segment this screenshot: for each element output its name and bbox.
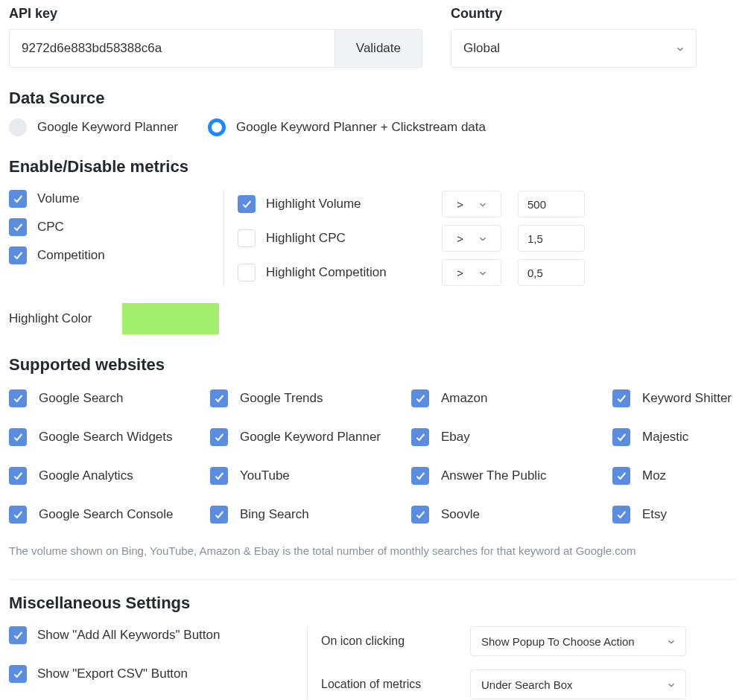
validate-button[interactable]: Validate	[335, 29, 422, 68]
on-icon-click-value: Show Popup To Choose Action	[481, 635, 666, 648]
data-source-title: Data Source	[9, 89, 736, 108]
checkbox-highlight-cpc[interactable]	[238, 229, 256, 247]
site-row: Google Search	[9, 389, 210, 407]
site-row: Amazon	[411, 389, 612, 407]
checkbox-site[interactable]	[210, 389, 228, 407]
site-row: Google Analytics	[9, 467, 210, 485]
api-key-input[interactable]	[9, 29, 335, 68]
operator-select-volume[interactable]: >	[442, 191, 501, 217]
on-icon-click-select[interactable]: Show Popup To Choose Action	[470, 626, 686, 656]
site-label: Moz	[642, 468, 666, 483]
site-row: Google Search Console	[9, 506, 210, 524]
site-label: Google Search Widgets	[39, 430, 173, 445]
divider	[9, 579, 736, 580]
radio-gkp-clickstream-label: Google Keyword Planner + Clickstream dat…	[236, 120, 486, 135]
checkbox-volume-label: Volume	[37, 191, 80, 206]
threshold-input-competition[interactable]	[518, 259, 585, 286]
radio-gkp-clickstream[interactable]: Google Keyword Planner + Clickstream dat…	[208, 118, 486, 136]
site-row: Soovle	[411, 506, 612, 524]
checkbox-site[interactable]	[9, 506, 27, 524]
checkbox-site[interactable]	[210, 467, 228, 485]
site-label: Google Search	[39, 391, 123, 406]
location-of-metrics-value: Under Search Box	[481, 678, 666, 691]
site-row: Bing Search	[210, 506, 411, 524]
metrics-title: Enable/Disable metrics	[9, 157, 736, 176]
operator-symbol: >	[457, 198, 463, 211]
highlight-volume-label: Highlight Volume	[266, 197, 361, 211]
operator-symbol: >	[457, 267, 463, 279]
site-row: Google Keyword Planner	[210, 428, 411, 446]
site-row: Ebay	[411, 428, 612, 446]
checkbox-site[interactable]	[411, 467, 429, 485]
checkbox-site[interactable]	[612, 389, 630, 407]
checkbox-site[interactable]	[411, 389, 429, 407]
site-label: Google Trends	[240, 391, 323, 406]
checkbox-cpc-label: CPC	[37, 220, 64, 235]
site-label: Keyword Shitter	[642, 391, 732, 406]
site-row: Keyword Shitter	[612, 389, 745, 407]
on-icon-click-label: On icon clicking	[321, 634, 455, 648]
add-all-keywords-label: Show "Add All Keywords" Button	[37, 628, 220, 643]
export-csv-label: Show "Export CSV" Button	[37, 666, 188, 681]
misc-title: Miscellaneous Settings	[9, 594, 736, 613]
chevron-down-icon	[478, 200, 486, 209]
site-label: Etsy	[642, 507, 667, 522]
threshold-input-volume[interactable]	[518, 191, 585, 217]
site-label: Ebay	[441, 430, 470, 445]
highlight-cpc-label: Highlight CPC	[266, 231, 346, 246]
highlight-competition-label: Highlight Competition	[266, 265, 387, 280]
site-row: Google Search Widgets	[9, 428, 210, 446]
site-row: Majestic	[612, 428, 745, 446]
api-key-label: API key	[9, 6, 422, 22]
site-label: Google Keyword Planner	[240, 430, 381, 445]
threshold-input-cpc[interactable]	[518, 225, 585, 252]
checkbox-site[interactable]	[9, 389, 27, 407]
highlight-color-swatch[interactable]	[122, 303, 219, 334]
site-label: Answer The Public	[441, 468, 546, 483]
radio-checked-icon	[208, 118, 226, 136]
country-label: Country	[451, 6, 697, 22]
supported-note: The volume shown on Bing, YouTube, Amazo…	[9, 544, 736, 557]
operator-select-cpc[interactable]: >	[442, 225, 501, 252]
chevron-down-icon	[478, 268, 486, 277]
checkbox-highlight-volume[interactable]	[238, 195, 256, 213]
checkbox-site[interactable]	[9, 428, 27, 446]
location-of-metrics-select[interactable]: Under Search Box	[470, 669, 686, 699]
checkbox-site[interactable]	[210, 428, 228, 446]
site-label: Google Analytics	[39, 468, 133, 483]
country-value: Global	[463, 41, 675, 56]
site-row: Answer The Public	[411, 467, 612, 485]
checkbox-site[interactable]	[612, 428, 630, 446]
checkbox-site[interactable]	[612, 506, 630, 524]
site-label: Amazon	[441, 391, 487, 406]
checkbox-site[interactable]	[210, 506, 228, 524]
radio-unchecked-icon	[9, 118, 27, 136]
checkbox-site[interactable]	[612, 467, 630, 485]
site-label: Google Search Console	[39, 507, 174, 522]
checkbox-volume[interactable]	[9, 190, 27, 208]
checkbox-export-csv[interactable]	[9, 665, 27, 683]
supported-websites-title: Supported websites	[9, 355, 736, 375]
site-row: Google Trends	[210, 389, 411, 407]
checkbox-competition-label: Competition	[37, 248, 105, 263]
chevron-down-icon	[666, 637, 675, 646]
radio-gkp[interactable]: Google Keyword Planner	[9, 118, 178, 136]
radio-gkp-label: Google Keyword Planner	[37, 120, 178, 135]
checkbox-cpc[interactable]	[9, 218, 27, 236]
chevron-down-icon	[666, 680, 675, 689]
checkbox-site[interactable]	[9, 467, 27, 485]
site-row: YouTube	[210, 467, 411, 485]
country-select[interactable]: Global	[451, 29, 697, 68]
checkbox-add-all-keywords[interactable]	[9, 626, 27, 644]
location-of-metrics-label: Location of metrics	[321, 678, 455, 691]
checkbox-site[interactable]	[411, 428, 429, 446]
checkbox-highlight-competition[interactable]	[238, 264, 256, 281]
site-row: Moz	[612, 467, 745, 485]
site-row: Etsy	[612, 506, 745, 524]
checkbox-competition[interactable]	[9, 246, 27, 264]
chevron-down-icon	[478, 234, 486, 243]
highlight-color-label: Highlight Color	[9, 311, 92, 326]
checkbox-site[interactable]	[411, 506, 429, 524]
operator-select-competition[interactable]: >	[442, 259, 501, 286]
site-label: Soovle	[441, 507, 480, 522]
